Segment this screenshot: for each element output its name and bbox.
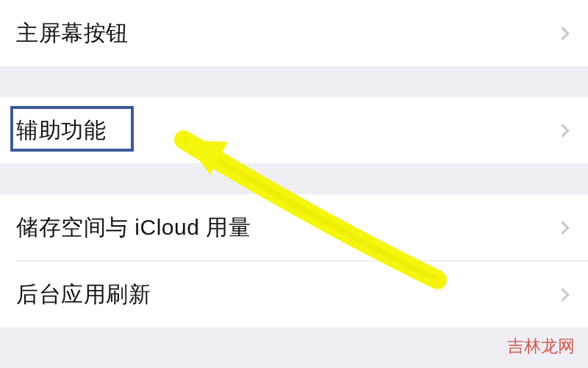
- settings-group-mid: 辅助功能: [0, 97, 588, 163]
- watermark-text: 吉林龙网: [507, 335, 575, 358]
- chevron-right-icon: [556, 288, 569, 301]
- row-storage-icloud-label: 储存空间与 iCloud 用量: [16, 213, 251, 243]
- row-home-button-label: 主屏幕按钮: [16, 18, 129, 49]
- chevron-right-icon: [556, 221, 569, 234]
- row-storage-icloud[interactable]: 储存空间与 iCloud 用量: [0, 194, 588, 261]
- row-background-refresh-label: 后台应用刷新: [16, 280, 151, 310]
- chevron-right-icon: [556, 26, 569, 40]
- settings-group-bottom: 储存空间与 iCloud 用量 后台应用刷新: [0, 194, 588, 328]
- settings-list: 主屏幕按钮 辅助功能 储存空间与 iCloud 用量 后台应用刷新: [0, 0, 588, 328]
- chevron-right-icon: [556, 124, 569, 137]
- settings-group-top: 主屏幕按钮: [0, 0, 588, 66]
- row-background-refresh[interactable]: 后台应用刷新: [0, 261, 588, 328]
- row-accessibility-label: 辅助功能: [16, 116, 106, 146]
- row-home-button[interactable]: 主屏幕按钮: [0, 0, 588, 66]
- row-accessibility[interactable]: 辅助功能: [0, 97, 588, 163]
